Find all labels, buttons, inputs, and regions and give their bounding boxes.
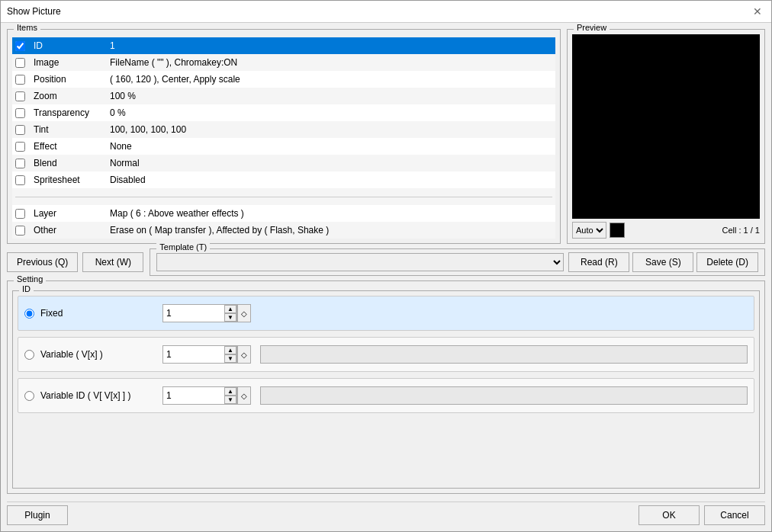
window-body: Items ID 1 Image FileName ( "" ), Chroma… xyxy=(1,23,771,531)
fixed-option-row: Fixed ▲ ▼ ◇ xyxy=(18,296,754,331)
items-group: Items ID 1 Image FileName ( "" ), Chroma… xyxy=(7,29,561,244)
variable-id-spinbox: ▲ ▼ xyxy=(162,386,237,405)
row-field: Spritesheet xyxy=(31,171,107,188)
row-checkbox-10[interactable] xyxy=(15,209,25,219)
row-field: Other xyxy=(31,222,107,239)
table-row[interactable]: Other Erase on ( Map transfer ), Affecte… xyxy=(12,222,555,239)
variable-spin-down[interactable]: ▼ xyxy=(224,354,236,363)
variable-spinbox: ▲ ▼ xyxy=(162,345,237,364)
nav-template-row: Previous (Q) Next (W) Template (T) Read … xyxy=(7,248,765,276)
row-value: 100 % xyxy=(107,88,555,104)
variable-id-var-display: V[0001] : ===系統用=== xyxy=(260,386,748,405)
table-row[interactable]: Layer Map ( 6 : Above weather effects ) xyxy=(12,205,555,222)
template-group-label: Template (T) xyxy=(156,242,210,252)
color-box[interactable] xyxy=(610,223,625,238)
preview-auto-select: Auto xyxy=(572,222,606,239)
items-table: ID 1 Image FileName ( "" ), Chromakey:ON… xyxy=(12,37,555,239)
variable-option-row: Variable ( V[x] ) ▲ ▼ ◇ V[0001] : ===系統用… xyxy=(18,337,754,372)
row-value: Map ( 6 : Above weather effects ) xyxy=(107,205,555,222)
template-buttons: Read (R) Save (S) Delete (D) xyxy=(568,252,758,272)
variable-id-spin-up[interactable]: ▲ xyxy=(224,387,236,396)
plugin-button[interactable]: Plugin xyxy=(7,505,68,525)
row-field: Effect xyxy=(31,138,107,155)
row-checkbox-1[interactable] xyxy=(15,58,25,68)
preview-bottom: Auto Cell : 1 / 1 xyxy=(572,222,760,239)
id-group-label: ID xyxy=(19,284,34,293)
fixed-input[interactable] xyxy=(163,305,224,322)
row-value: Erase on ( Map transfer ), Affected by (… xyxy=(107,222,555,239)
variable-radio[interactable] xyxy=(24,350,34,360)
table-row[interactable]: Image FileName ( "" ), Chromakey:ON xyxy=(12,54,555,71)
ok-button[interactable]: OK xyxy=(639,505,700,525)
read-button[interactable]: Read (R) xyxy=(568,252,629,272)
table-row[interactable]: Spritesheet Disabled xyxy=(12,171,555,188)
template-select[interactable] xyxy=(156,253,564,271)
table-row[interactable]: Zoom 100 % xyxy=(12,88,555,104)
title-bar: Show Picture ✕ xyxy=(1,1,771,23)
variable-id-option-row: Variable ID ( V[ V[x] ] ) ▲ ▼ ◇ V[0001] … xyxy=(18,378,754,413)
variable-spin-buttons: ▲ ▼ xyxy=(224,346,236,363)
row-value: ( 160, 120 ), Center, Apply scale xyxy=(107,71,555,88)
row-field: Transparency xyxy=(31,104,107,121)
variable-spin-up[interactable]: ▲ xyxy=(224,346,236,354)
bottom-right: OK Cancel xyxy=(639,505,765,525)
bottom-bar: Plugin OK Cancel xyxy=(7,502,765,525)
variable-label: Variable ( V[x] ) xyxy=(40,349,162,360)
row-field: Position xyxy=(31,71,107,88)
variable-id-radio[interactable] xyxy=(24,391,34,401)
next-button[interactable]: Next (W) xyxy=(82,252,143,272)
previous-button[interactable]: Previous (Q) xyxy=(7,252,78,272)
row-checkbox-5[interactable] xyxy=(15,125,25,135)
row-checkbox-8[interactable] xyxy=(15,175,25,185)
table-row[interactable]: Blend Normal xyxy=(12,155,555,171)
row-field: Layer xyxy=(31,205,107,222)
row-checkbox-4[interactable] xyxy=(15,108,25,118)
id-group: ID Fixed ▲ ▼ ◇ xyxy=(12,290,760,489)
row-checkbox-2[interactable] xyxy=(15,75,25,85)
table-row[interactable]: Position ( 160, 120 ), Center, Apply sca… xyxy=(12,71,555,88)
save-button[interactable]: Save (S) xyxy=(632,252,693,272)
fixed-diamond-btn[interactable]: ◇ xyxy=(237,304,251,322)
row-value: Normal xyxy=(107,155,555,171)
cell-info: Cell : 1 / 1 xyxy=(722,226,760,235)
nav-buttons: Previous (Q) Next (W) xyxy=(7,252,143,272)
table-row[interactable]: Transparency 0 % xyxy=(12,104,555,121)
row-checkbox-0[interactable] xyxy=(15,41,25,51)
row-value: None xyxy=(107,138,555,155)
fixed-label: Fixed xyxy=(40,308,162,319)
template-group: Template (T) Read (R) Save (S) Delete (D… xyxy=(150,248,765,276)
row-checkbox-7[interactable] xyxy=(15,159,25,168)
table-row[interactable]: ID 1 xyxy=(12,37,555,54)
row-value: 0 % xyxy=(107,104,555,121)
row-checkbox-11[interactable] xyxy=(15,226,25,236)
row-field: Image xyxy=(31,54,107,71)
close-button[interactable]: ✕ xyxy=(750,5,765,18)
variable-id-input[interactable] xyxy=(163,387,224,404)
auto-select[interactable]: Auto xyxy=(572,222,606,239)
row-value: 1 xyxy=(107,37,555,54)
row-value: FileName ( "" ), Chromakey:ON xyxy=(107,54,555,71)
table-row[interactable]: Tint 100, 100, 100, 100 xyxy=(12,121,555,138)
table-row[interactable]: Effect None xyxy=(12,138,555,155)
row-field: ID xyxy=(31,37,107,54)
preview-group: Preview Auto Cell : 1 / 1 xyxy=(567,29,765,244)
cancel-button[interactable]: Cancel xyxy=(704,505,765,525)
items-group-label: Items xyxy=(14,23,40,32)
fixed-spin-buttons: ▲ ▼ xyxy=(224,305,236,322)
setting-group: Setting ID Fixed ▲ ▼ ◇ xyxy=(7,280,765,494)
variable-id-diamond-btn[interactable]: ◇ xyxy=(237,386,251,405)
fixed-spin-down[interactable]: ▼ xyxy=(224,313,236,322)
preview-canvas xyxy=(572,34,760,219)
row-checkbox-3[interactable] xyxy=(15,91,25,101)
top-section: Items ID 1 Image FileName ( "" ), Chroma… xyxy=(7,29,765,244)
window-title: Show Picture xyxy=(7,6,61,17)
row-field: Zoom xyxy=(31,88,107,104)
delete-button[interactable]: Delete (D) xyxy=(696,252,758,272)
fixed-spin-up[interactable]: ▲ xyxy=(224,305,236,313)
fixed-radio[interactable] xyxy=(24,309,34,319)
variable-id-spin-down[interactable]: ▼ xyxy=(224,396,236,404)
row-checkbox-6[interactable] xyxy=(15,142,25,152)
variable-diamond-btn[interactable]: ◇ xyxy=(237,345,251,364)
variable-input[interactable] xyxy=(163,346,224,363)
fixed-spinbox: ▲ ▼ xyxy=(162,304,237,322)
